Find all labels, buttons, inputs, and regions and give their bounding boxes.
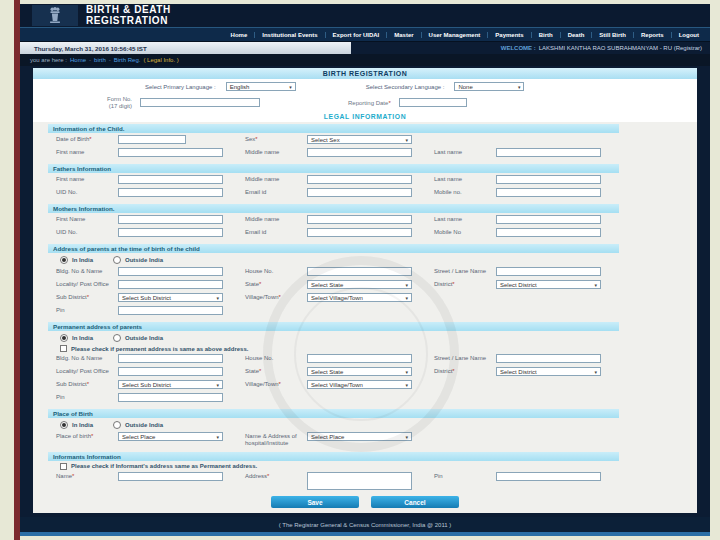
select-name-address-of-hospital-institute[interactable]: Select Place▾ — [307, 432, 412, 441]
input-last-name[interactable] — [496, 148, 601, 157]
input-pin[interactable] — [118, 393, 223, 402]
radio-outside-india-icon[interactable] — [113, 334, 121, 342]
select-value: Select Village/Town — [311, 295, 363, 301]
input-first-name[interactable] — [118, 148, 223, 157]
input-house-no[interactable] — [307, 354, 412, 363]
select-place-of-birth[interactable]: Select Place▾ — [118, 432, 223, 441]
nav-item-payments[interactable]: Payments — [487, 32, 530, 38]
nav-item-master[interactable]: Master — [386, 32, 420, 38]
breadcrumb-link-birth-reg[interactable]: Birth Reg. — [114, 57, 141, 63]
section-informants-information: Informants InformationPlease check if In… — [48, 452, 619, 492]
radio-in-india-icon[interactable] — [60, 334, 68, 342]
reporting-date-input[interactable] — [399, 98, 467, 107]
input-date-of-birth[interactable] — [118, 135, 186, 144]
select-district[interactable]: Select District▾ — [496, 367, 601, 376]
nav-item-user-management[interactable]: User Management — [421, 32, 488, 38]
input-last-name[interactable] — [496, 175, 601, 184]
field-first-name: First Name — [56, 215, 239, 226]
input-uid-no[interactable] — [118, 228, 223, 237]
textarea-address[interactable] — [307, 472, 412, 490]
form-no-input[interactable] — [140, 98, 260, 107]
radio-outside-india-icon[interactable] — [113, 256, 121, 264]
select-value: English — [230, 84, 250, 90]
nav-item-still-birth[interactable]: Still Birth — [591, 32, 633, 38]
breadcrumb-link-birth[interactable]: birth — [94, 57, 106, 63]
section-body: In IndiaOutside IndiaPlace of birth*Sele… — [48, 418, 619, 449]
select-sex[interactable]: Select Sex▾ — [307, 135, 412, 144]
radio-option-outside-india[interactable]: Outside India — [113, 421, 163, 429]
input-street-lane-name[interactable] — [496, 354, 601, 363]
checkbox-please-check-if-informant-s-address-[interactable] — [60, 463, 67, 470]
breadcrumb-separator: - — [109, 57, 111, 63]
select-state[interactable]: Select State▾ — [307, 280, 412, 289]
input-locality-post-office[interactable] — [118, 280, 223, 289]
select-sub-district[interactable]: Select Sub District▾ — [118, 293, 223, 302]
input-mobile-no[interactable] — [496, 188, 601, 197]
select-sub-district[interactable]: Select Sub District▾ — [118, 380, 223, 389]
input-bldg-no-name[interactable] — [118, 267, 223, 276]
secondary-language-select[interactable]: None ▾ — [454, 82, 524, 91]
radio-option-outside-india[interactable]: Outside India — [113, 334, 163, 342]
secondary-language-label: Select Secondary Language : — [366, 84, 445, 90]
nav-item-export-for-uidai[interactable]: Export for UIDAI — [325, 32, 387, 38]
select-district[interactable]: Select District▾ — [496, 280, 601, 289]
input-middle-name[interactable] — [307, 148, 412, 157]
nav-item-logout[interactable]: Logout — [671, 32, 706, 38]
field-row: First nameMiddle nameLast name — [56, 175, 617, 186]
input-uid-no[interactable] — [118, 188, 223, 197]
input-email-id[interactable] — [307, 188, 412, 197]
input-pin[interactable] — [118, 306, 223, 315]
form-actions: Save Cancel — [33, 493, 697, 513]
section-information-of-the-child: Information of the Child.Date of Birth*S… — [48, 124, 619, 161]
chevron-down-icon: ▾ — [405, 295, 408, 301]
nav-item-birth[interactable]: Birth — [531, 32, 560, 38]
field-state: State*Select State▾ — [245, 280, 428, 291]
radio-in-india-icon[interactable] — [60, 256, 68, 264]
nav-menu: HomeInstitutional EventsExport for UIDAI… — [20, 27, 710, 42]
label-uid-no: UID No. — [56, 228, 114, 236]
field-row: Locality/ Post OfficeState*Select State▾… — [56, 367, 617, 378]
input-email-id[interactable] — [307, 228, 412, 237]
input-name[interactable] — [118, 472, 223, 481]
radio-option-in-india[interactable]: In India — [60, 334, 93, 342]
radio-option-outside-india[interactable]: Outside India — [113, 256, 163, 264]
radio-option-in-india[interactable]: In India — [60, 256, 93, 264]
input-mobile-no[interactable] — [496, 228, 601, 237]
radio-option-in-india[interactable]: In India — [60, 421, 93, 429]
radio-in-india-icon[interactable] — [60, 421, 68, 429]
input-middle-name[interactable] — [307, 215, 412, 224]
input-street-lane-name[interactable] — [496, 267, 601, 276]
field-first-name: First name — [56, 148, 239, 159]
field-mobile-no: Mobile No — [434, 228, 617, 239]
section-fathers-information: Fathers InformationFirst nameMiddle name… — [48, 164, 619, 201]
field-sex: Sex*Select Sex▾ — [245, 135, 428, 146]
nav-item-death[interactable]: Death — [560, 32, 592, 38]
label-sub-district: Sub District* — [56, 293, 114, 301]
primary-language-select[interactable]: English ▾ — [226, 82, 296, 91]
cancel-button[interactable]: Cancel — [371, 496, 459, 508]
field-pin: Pin — [56, 306, 239, 317]
input-bldg-no-name[interactable] — [118, 354, 223, 363]
save-button[interactable]: Save — [271, 496, 359, 508]
nav-item-home[interactable]: Home — [224, 32, 255, 38]
select-state[interactable]: Select State▾ — [307, 367, 412, 376]
radio-group-place-of-birth: In IndiaOutside India — [56, 420, 617, 430]
breadcrumb-link-home[interactable]: Home — [70, 57, 86, 63]
nav-item-reports[interactable]: Reports — [633, 32, 671, 38]
select-village-town[interactable]: Select Village/Town▾ — [307, 380, 412, 389]
section-place-of-birth: Place of BirthIn IndiaOutside IndiaPlace… — [48, 409, 619, 449]
field-last-name: Last name — [434, 215, 617, 226]
nav-item-institutional-events[interactable]: Institutional Events — [254, 32, 324, 38]
radio-label-outside-india: Outside India — [125, 335, 163, 341]
input-pin[interactable] — [496, 472, 601, 481]
input-first-name[interactable] — [118, 215, 223, 224]
radio-label-in-india: In India — [72, 335, 93, 341]
input-house-no[interactable] — [307, 267, 412, 276]
input-first-name[interactable] — [118, 175, 223, 184]
radio-outside-india-icon[interactable] — [113, 421, 121, 429]
checkbox-please-check-if-permanent-address-is[interactable] — [60, 345, 67, 352]
select-village-town[interactable]: Select Village/Town▾ — [307, 293, 412, 302]
input-locality-post-office[interactable] — [118, 367, 223, 376]
input-last-name[interactable] — [496, 215, 601, 224]
input-middle-name[interactable] — [307, 175, 412, 184]
